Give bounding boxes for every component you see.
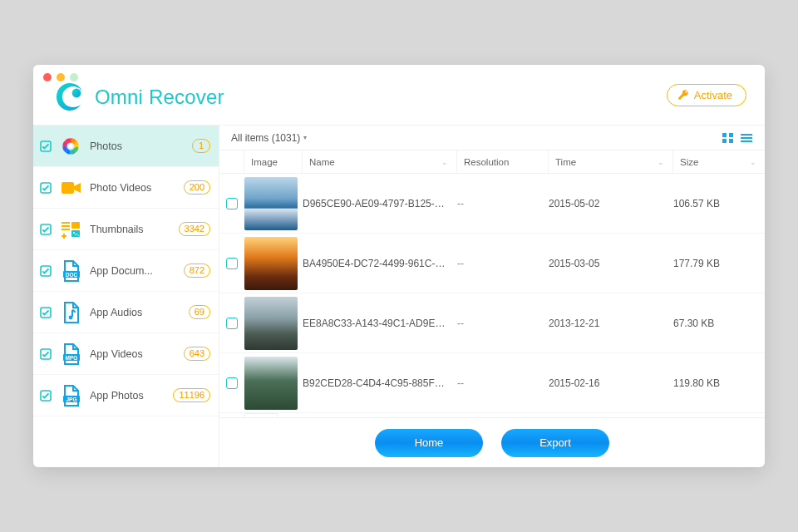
brand-logo-icon bbox=[52, 79, 88, 116]
grid-view-button[interactable] bbox=[722, 132, 735, 144]
sidebar-item-label: App Videos bbox=[90, 348, 177, 360]
svg-text:JPG: JPG bbox=[66, 396, 76, 401]
thumbnail-image bbox=[244, 237, 298, 290]
checkbox-icon[interactable] bbox=[40, 390, 52, 401]
main-panel: All items (1031) ▾ Image Name⌄ Resolutio… bbox=[219, 126, 765, 467]
cell-size: 119.80 KB bbox=[673, 377, 765, 389]
sidebar-item-count: 3342 bbox=[179, 222, 210, 236]
chevron-down-icon: ⌄ bbox=[750, 158, 756, 166]
table-row[interactable]: D965CE90-AE09-4797-B125-C5... -- 2015-05… bbox=[219, 174, 765, 234]
svg-point-19 bbox=[73, 232, 75, 234]
checkbox-icon[interactable] bbox=[40, 140, 52, 152]
sidebar-item-label: App Docum... bbox=[90, 265, 177, 277]
svg-rect-32 bbox=[729, 133, 733, 137]
photos-icon bbox=[58, 134, 83, 159]
checkbox-icon[interactable] bbox=[40, 224, 52, 235]
table-row[interactable]: EE8A8C33-A143-49C1-AD9E-D... -- 2013-12-… bbox=[219, 293, 765, 353]
chevron-down-icon: ⌄ bbox=[441, 158, 448, 166]
audio-file-icon bbox=[58, 300, 83, 325]
checkbox-icon[interactable] bbox=[40, 182, 52, 194]
cell-time: 2013-12-21 bbox=[549, 318, 673, 329]
footer: Home Export bbox=[219, 417, 765, 467]
column-select bbox=[219, 150, 244, 173]
sidebar-item-count: 200 bbox=[184, 180, 210, 195]
activate-button[interactable]: Activate bbox=[667, 84, 746, 106]
cell-resolution: -- bbox=[457, 377, 549, 389]
sidebar-item-count: 11196 bbox=[173, 388, 210, 402]
table-body[interactable]: D965CE90-AE09-4797-B125-C5... -- 2015-05… bbox=[219, 174, 765, 417]
thumbnail-image bbox=[244, 297, 298, 350]
cell-time: 2015-05-02 bbox=[549, 198, 673, 209]
header: Omni Recover Activate bbox=[33, 65, 765, 125]
svg-text:MPG: MPG bbox=[66, 354, 78, 360]
sidebar-item-app-photos[interactable]: JPG App Photos 11196 bbox=[33, 375, 219, 416]
column-resolution[interactable]: Resolution bbox=[457, 150, 549, 173]
filter-label: All items (1031) bbox=[231, 132, 300, 144]
svg-rect-36 bbox=[741, 137, 752, 139]
cell-size: 106.57 KB bbox=[673, 198, 765, 209]
export-button[interactable]: Export bbox=[501, 429, 609, 457]
thumbnails-icon bbox=[58, 217, 83, 242]
sidebar-item-app-videos[interactable]: MPG App Videos 643 bbox=[33, 333, 219, 375]
checkbox-icon[interactable] bbox=[40, 265, 52, 277]
row-checkbox[interactable] bbox=[226, 258, 238, 269]
mpg-file-icon: MPG bbox=[58, 342, 83, 367]
sidebar-item-app-documents[interactable]: DOC App Docum... 872 bbox=[33, 250, 219, 292]
key-icon bbox=[677, 89, 689, 101]
close-window-button[interactable] bbox=[43, 73, 52, 81]
thumbnail-image bbox=[244, 177, 298, 230]
cell-time: 2015-02-16 bbox=[549, 377, 673, 389]
checkbox-icon[interactable] bbox=[40, 348, 52, 360]
cell-name: BA4950E4-DC72-4499-961C-32... bbox=[303, 258, 457, 269]
sidebar-item-thumbnails[interactable]: Thumbnails 3342 bbox=[33, 209, 219, 250]
svg-point-24 bbox=[69, 315, 73, 319]
thumbnail-image bbox=[244, 357, 298, 410]
toolbar: All items (1031) ▾ bbox=[219, 126, 765, 150]
column-image[interactable]: Image bbox=[244, 150, 303, 173]
svg-point-2 bbox=[68, 143, 74, 149]
filter-dropdown[interactable]: All items (1031) ▾ bbox=[231, 132, 307, 144]
svg-rect-17 bbox=[71, 222, 80, 229]
sidebar-item-label: Thumbnails bbox=[90, 224, 172, 235]
column-size[interactable]: Size⌄ bbox=[673, 150, 765, 173]
svg-rect-34 bbox=[729, 139, 733, 143]
cell-time: 2015-03-05 bbox=[549, 258, 673, 269]
svg-rect-14 bbox=[62, 222, 70, 224]
svg-rect-33 bbox=[722, 139, 727, 143]
row-checkbox[interactable] bbox=[226, 198, 238, 209]
table-row[interactable]: BA4950E4-DC72-4499-961C-32... -- 2015-03… bbox=[219, 234, 765, 293]
sidebar-item-count: 872 bbox=[184, 264, 210, 278]
home-button[interactable]: Home bbox=[375, 429, 483, 457]
list-view-button[interactable] bbox=[740, 132, 753, 144]
sidebar-item-label: Photo Videos bbox=[90, 182, 177, 194]
sidebar-item-app-audios[interactable]: App Audios 69 bbox=[33, 292, 219, 333]
sidebar-item-count: 69 bbox=[189, 305, 210, 319]
cell-size: 67.30 KB bbox=[673, 318, 765, 329]
sidebar-item-photos[interactable]: Photos 1 bbox=[33, 126, 219, 167]
svg-rect-31 bbox=[722, 133, 727, 137]
table-row[interactable]: B92CED28-C4D4-4C95-885F-F... -- 2015-02-… bbox=[219, 353, 765, 413]
cell-resolution: -- bbox=[457, 258, 549, 269]
column-time[interactable]: Time⌄ bbox=[549, 150, 673, 173]
activate-label: Activate bbox=[694, 89, 732, 101]
row-checkbox[interactable] bbox=[226, 377, 238, 389]
cell-name: D965CE90-AE09-4797-B125-C5... bbox=[303, 198, 457, 209]
jpg-file-icon: JPG bbox=[58, 383, 83, 408]
cell-size: 177.79 KB bbox=[673, 258, 765, 269]
sidebar-item-label: Photos bbox=[90, 140, 185, 152]
sidebar-item-photo-videos[interactable]: Photo Videos 200 bbox=[33, 167, 219, 209]
row-checkbox[interactable] bbox=[226, 318, 238, 329]
sidebar-item-label: App Photos bbox=[90, 390, 166, 401]
chevron-down-icon: ▾ bbox=[303, 134, 307, 141]
cell-name: B92CED28-C4D4-4C95-885F-F... bbox=[303, 377, 457, 389]
checkbox-icon[interactable] bbox=[40, 307, 52, 318]
sidebar-item-label: App Audios bbox=[90, 307, 182, 318]
svg-text:DOC: DOC bbox=[66, 271, 78, 277]
sidebar: Photos 1 Photo Videos 200 Thumbnails 334… bbox=[33, 126, 219, 467]
cell-name: EE8A8C33-A143-49C1-AD9E-D... bbox=[303, 318, 457, 329]
view-toggle bbox=[722, 132, 753, 144]
svg-rect-15 bbox=[62, 225, 70, 227]
chevron-down-icon: ⌄ bbox=[658, 158, 664, 166]
table-header: Image Name⌄ Resolution Time⌄ Size⌄ bbox=[219, 150, 765, 174]
column-name[interactable]: Name⌄ bbox=[303, 150, 457, 173]
